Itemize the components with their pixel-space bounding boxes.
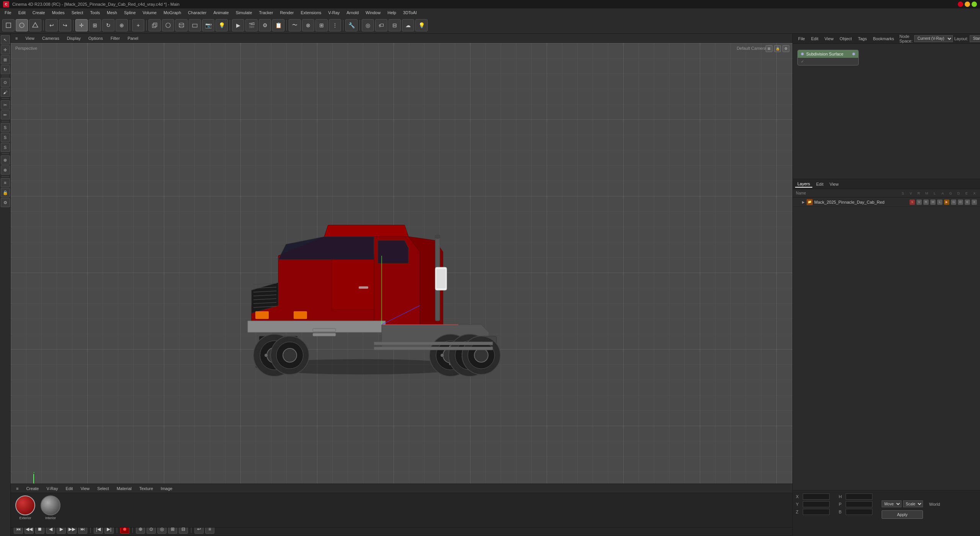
ne-tab-file[interactable]: File	[796, 36, 807, 42]
sidebar-knife[interactable]: ✂	[1, 100, 10, 109]
menu-tools[interactable]: Tools	[87, 10, 103, 16]
coord-input-h[interactable]	[846, 494, 872, 500]
op-tab-layers[interactable]: Layers	[795, 181, 812, 188]
maximize-button[interactable]	[972, 2, 977, 7]
vp-menu-hamburger[interactable]: ≡	[14, 35, 19, 41]
sidebar-poly-pen[interactable]: ✏	[1, 110, 10, 119]
menu-render[interactable]: Render	[277, 10, 297, 16]
menu-extensions[interactable]: Extensions	[297, 10, 324, 16]
toolbar-plane[interactable]	[189, 19, 201, 31]
ne-node-space-select[interactable]: Current (V-Ray)	[914, 35, 953, 42]
toolbar-universal[interactable]: ⊕	[116, 19, 128, 31]
vp-menu-options[interactable]: Options	[87, 35, 105, 41]
badge-generator[interactable]: G	[951, 199, 956, 205]
node-input-port[interactable]	[801, 52, 804, 56]
vp-menu-display[interactable]: Display	[65, 35, 82, 41]
toolbar-render[interactable]: 🎬	[245, 19, 258, 31]
toolbar-texture-mode[interactable]	[29, 19, 41, 31]
toolbar-floor[interactable]: ⊟	[389, 19, 401, 31]
menu-help[interactable]: Help	[384, 10, 399, 16]
menu-arnold[interactable]: Arnold	[343, 10, 362, 16]
badge-motion[interactable]: M	[930, 199, 936, 205]
menu-tracker[interactable]: Tracker	[256, 10, 276, 16]
vp-maximize[interactable]: ⊞	[766, 45, 773, 52]
node-output-port[interactable]	[852, 52, 855, 56]
toolbar-material[interactable]: ◎	[362, 19, 374, 31]
toolbar-camera[interactable]: 📷	[202, 19, 214, 31]
vp-lock[interactable]: 🔒	[774, 45, 781, 52]
menu-vray[interactable]: V-Ray	[325, 10, 343, 16]
sidebar-lock[interactable]: 🔒	[1, 188, 10, 197]
sidebar-s1[interactable]: S	[1, 123, 10, 132]
badge-deform[interactable]: D	[958, 199, 963, 205]
menu-file[interactable]: File	[2, 10, 15, 16]
op-tab-edit[interactable]: Edit	[814, 181, 826, 187]
toolbar-cube[interactable]	[149, 19, 161, 31]
mat-tab-create[interactable]: Create	[23, 485, 42, 492]
badge-animate[interactable]: ▶	[944, 199, 949, 205]
ne-tab-tags[interactable]: Tags	[856, 36, 869, 42]
toolbar-render-settings[interactable]: ⚙	[259, 19, 271, 31]
mat-tab-vray[interactable]: V-Ray	[43, 485, 61, 492]
mat-tab-material[interactable]: Material	[114, 485, 135, 492]
menu-spline[interactable]: Spline	[121, 10, 139, 16]
sidebar-options[interactable]: ⚙	[1, 198, 10, 207]
toolbar-render-view[interactable]: ▶	[232, 19, 244, 31]
menu-3dtoai[interactable]: 3DToAI	[400, 10, 420, 16]
mat-tab-view[interactable]: View	[77, 485, 93, 492]
material-sphere-red[interactable]	[15, 495, 35, 515]
menu-modes[interactable]: Modes	[49, 10, 68, 16]
sidebar-s2[interactable]: S	[1, 133, 10, 142]
vp-menu-panel[interactable]: Panel	[126, 35, 140, 41]
op-tab-view[interactable]: View	[827, 181, 841, 187]
vp-menu-cameras[interactable]: Cameras	[41, 35, 61, 41]
toolbar-deform[interactable]: 〜	[289, 19, 301, 31]
toolbar-lamp[interactable]: 💡	[415, 19, 428, 31]
toolbar-object-mode[interactable]	[16, 19, 28, 31]
ne-tab-bookmarks[interactable]: Bookmarks	[871, 36, 896, 42]
minimize-button[interactable]	[965, 2, 970, 7]
menu-mesh[interactable]: Mesh	[104, 10, 120, 16]
viewport[interactable]: Perspective Default Camera** ⊞ 🔒 ⚙	[11, 43, 792, 507]
toolbar-model-mode[interactable]	[2, 19, 15, 31]
toolbar-move[interactable]: ✛	[75, 19, 88, 31]
badge-layer[interactable]: L	[937, 199, 942, 205]
vp-menu-filter[interactable]: Filter	[109, 35, 121, 41]
sidebar-select[interactable]: ↖	[1, 35, 10, 44]
sidebar-magnet[interactable]: ⊗	[1, 155, 10, 165]
toolbar-tag[interactable]: 🏷	[375, 19, 387, 31]
sidebar-soft-sel[interactable]: ⊕	[1, 165, 10, 175]
ne-layout-select[interactable]: Startup	[970, 35, 980, 42]
mat-tab-edit[interactable]: Edit	[62, 485, 76, 492]
coord-input-x[interactable]	[803, 494, 830, 500]
object-list[interactable]: ▶ 📁 Mack_2025_Pinnacle_Day_Cab_Red S V R…	[793, 198, 980, 490]
vp-settings[interactable]: ⚙	[782, 45, 789, 52]
toolbar-cloner[interactable]: ⋮	[329, 19, 341, 31]
toolbar-redo[interactable]: ↪	[59, 19, 71, 31]
menu-select[interactable]: Select	[69, 10, 87, 16]
badge-expression[interactable]: E	[965, 199, 970, 205]
material-ball-interior[interactable]: Interior	[39, 495, 62, 520]
badge-xpresso[interactable]: X	[972, 199, 977, 205]
menu-window[interactable]: Window	[363, 10, 384, 16]
coord-input-p[interactable]	[846, 501, 872, 507]
subdivision-surface-node[interactable]: Subdivision Surface ✓	[797, 50, 859, 65]
coord-input-z[interactable]	[803, 509, 830, 515]
sidebar-s3[interactable]: S	[1, 143, 10, 152]
mat-tab-image[interactable]: Image	[158, 485, 176, 492]
toolbar-rotate[interactable]: ↻	[102, 19, 114, 31]
badge-solo[interactable]: S	[910, 199, 915, 205]
material-ball-exterior[interactable]: Exterior	[14, 495, 37, 520]
sidebar-layers[interactable]: ≡	[1, 178, 10, 187]
vp-menu-view[interactable]: View	[24, 35, 36, 41]
toolbar-boole[interactable]: ⊗	[302, 19, 314, 31]
node-editor-content[interactable]: Subdivision Surface ✓	[793, 44, 980, 179]
ne-tab-view[interactable]: View	[822, 36, 836, 42]
badge-render[interactable]: R	[923, 199, 929, 205]
close-button[interactable]	[958, 2, 963, 7]
sidebar-scale[interactable]: ⊞	[1, 55, 10, 64]
toolbar-sphere[interactable]	[162, 19, 174, 31]
mat-tab-texture[interactable]: Texture	[136, 485, 156, 492]
toolbar-render-queue[interactable]: 📋	[272, 19, 284, 31]
sidebar-paint[interactable]: 🖌	[1, 88, 10, 97]
